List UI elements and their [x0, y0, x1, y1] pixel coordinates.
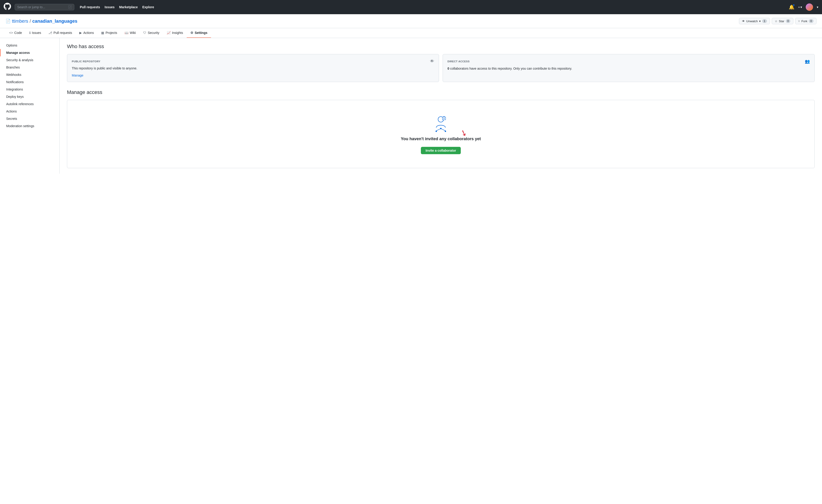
direct-access-card: DIRECT ACCESS 👥 0 collaborators have acc…: [443, 54, 815, 82]
sidebar-item-secrets[interactable]: Secrets: [0, 115, 59, 122]
pull-requests-link[interactable]: Pull requests: [80, 5, 100, 9]
settings-sidebar: Options Manage access Security & analysi…: [0, 38, 60, 174]
direct-card-header: DIRECT ACCESS 👥: [447, 59, 810, 64]
github-logo[interactable]: [4, 3, 11, 12]
actions-icon: ▶: [79, 31, 82, 35]
sidebar-item-notifications[interactable]: Notifications: [0, 78, 59, 86]
sidebar-item-security-analysis[interactable]: Security & analysis: [0, 56, 59, 64]
sidebar-item-moderation-settings[interactable]: Moderation settings: [0, 122, 59, 130]
tab-actions[interactable]: ▶ Actions: [76, 28, 97, 38]
notification-dot: [793, 4, 795, 6]
settings-icon: ⚙: [190, 31, 193, 35]
repo-icon: 📄: [5, 19, 11, 24]
manage-link[interactable]: Manage: [72, 74, 83, 77]
sidebar-branches-label: Branches: [6, 66, 20, 69]
repo-name-link[interactable]: canadian_languages: [32, 19, 77, 24]
sidebar-integrations-label: Integrations: [6, 88, 23, 91]
tab-projects-label: Projects: [105, 31, 117, 35]
tab-wiki[interactable]: 📖 Wiki: [121, 28, 139, 38]
wiki-icon: 📖: [124, 31, 128, 35]
tab-projects[interactable]: ▦ Projects: [97, 28, 121, 38]
public-repo-text: This repository is public and visible to…: [72, 66, 434, 71]
issues-link[interactable]: Issues: [105, 5, 115, 9]
slash-badge: /: [68, 5, 72, 9]
sidebar-moderation-label: Moderation settings: [6, 124, 34, 128]
tab-insights[interactable]: 📈 Insights: [163, 28, 187, 38]
direct-access-description: collaborators have access to this reposi…: [449, 67, 572, 70]
search-text: Search or jump to...: [17, 5, 66, 9]
sidebar-item-webhooks[interactable]: Webhooks: [0, 71, 59, 78]
manage-access-title: Manage access: [67, 89, 815, 95]
repo-owner-link[interactable]: ttimbers: [12, 19, 28, 24]
sidebar-item-actions[interactable]: Actions: [0, 108, 59, 115]
svg-point-2: [444, 118, 444, 119]
sidebar-item-options[interactable]: Options: [0, 42, 59, 49]
svg-point-7: [440, 128, 441, 129]
public-repo-label: PUBLIC REPOSITORY: [72, 60, 100, 63]
star-count: 0: [786, 19, 791, 23]
tab-issues-label: Issues: [32, 31, 41, 35]
explore-link[interactable]: Explore: [142, 5, 154, 9]
sidebar-item-manage-access[interactable]: Manage access: [0, 49, 59, 56]
invite-collaborator-button[interactable]: Invite a collaborator: [421, 147, 460, 154]
fork-button[interactable]: ⑂ Fork 0: [795, 18, 817, 24]
tab-security[interactable]: 🛡 Security: [139, 28, 163, 38]
settings-content: Who has access PUBLIC REPOSITORY 👁 This …: [60, 38, 822, 174]
svg-line-3: [436, 129, 441, 131]
sidebar-secrets-label: Secrets: [6, 117, 17, 121]
avatar[interactable]: [806, 3, 813, 11]
marketplace-link[interactable]: Marketplace: [119, 5, 138, 9]
sidebar-item-branches[interactable]: Branches: [0, 64, 59, 71]
breadcrumb: 📄 ttimbers / canadian_languages: [5, 19, 77, 24]
sidebar-security-label: Security & analysis: [6, 58, 33, 62]
star-label: Star: [779, 19, 784, 23]
tab-issues[interactable]: ℹ Issues: [26, 28, 45, 38]
tab-settings-label: Settings: [195, 31, 208, 35]
chevron-down-icon: ▾: [759, 19, 761, 23]
direct-access-text: 0 collaborators have access to this repo…: [447, 66, 810, 71]
plus-chevron: ▾: [800, 5, 802, 9]
svg-point-5: [436, 131, 437, 132]
svg-point-6: [445, 131, 446, 132]
pr-icon: ⎇: [48, 31, 52, 35]
tab-wiki-label: Wiki: [130, 31, 136, 35]
collab-svg: [432, 114, 450, 132]
who-has-access-title: Who has access: [67, 44, 815, 49]
top-nav-right: 🔔 + ▾ ▾: [789, 3, 818, 11]
access-cards: PUBLIC REPOSITORY 👁 This repository is p…: [67, 54, 815, 82]
top-navigation: Search or jump to... / Pull requests Iss…: [0, 0, 822, 14]
new-menu-button[interactable]: + ▾: [798, 5, 802, 9]
arrow-wrapper: ➘ You haven't invited any collaborators …: [401, 137, 481, 154]
tab-code[interactable]: <> Code: [5, 28, 26, 38]
tab-pull-requests[interactable]: ⎇ Pull requests: [45, 28, 76, 38]
public-card-header: PUBLIC REPOSITORY 👁: [72, 59, 434, 64]
sidebar-item-deploy-keys[interactable]: Deploy keys: [0, 93, 59, 100]
sidebar-options-label: Options: [6, 44, 17, 47]
security-icon: 🛡: [143, 31, 146, 35]
tab-settings[interactable]: ⚙ Settings: [187, 28, 211, 38]
tab-insights-label: Insights: [172, 31, 183, 35]
star-button[interactable]: ☆ Star 0: [772, 18, 794, 24]
sidebar-notifications-label: Notifications: [6, 80, 24, 84]
eye-icon: 👁: [742, 19, 745, 23]
code-icon: <>: [9, 31, 13, 35]
sidebar-deploy-keys-label: Deploy keys: [6, 95, 24, 99]
eye-card-icon: 👁: [430, 59, 434, 64]
unwatch-button[interactable]: 👁 Unwatch ▾ 1: [739, 18, 770, 24]
sidebar-item-autolink-references[interactable]: Autolink references: [0, 100, 59, 108]
search-bar[interactable]: Search or jump to... /: [15, 4, 74, 10]
projects-icon: ▦: [101, 31, 104, 35]
tab-pr-label: Pull requests: [53, 31, 72, 35]
tab-code-label: Code: [14, 31, 22, 35]
manage-access-panel: ➘ You haven't invited any collaborators …: [67, 100, 815, 168]
star-icon: ☆: [775, 19, 778, 23]
notifications-bell[interactable]: 🔔: [789, 4, 795, 10]
tab-security-label: Security: [148, 31, 159, 35]
sidebar-item-integrations[interactable]: Integrations: [0, 86, 59, 93]
avatar-chevron: ▾: [817, 5, 818, 9]
no-collaborators-text: You haven't invited any collaborators ye…: [401, 137, 481, 141]
unwatch-label: Unwatch: [746, 19, 758, 23]
tab-actions-label: Actions: [83, 31, 94, 35]
collaborator-illustration: [432, 114, 450, 133]
main-layout: Options Manage access Security & analysi…: [0, 38, 822, 174]
